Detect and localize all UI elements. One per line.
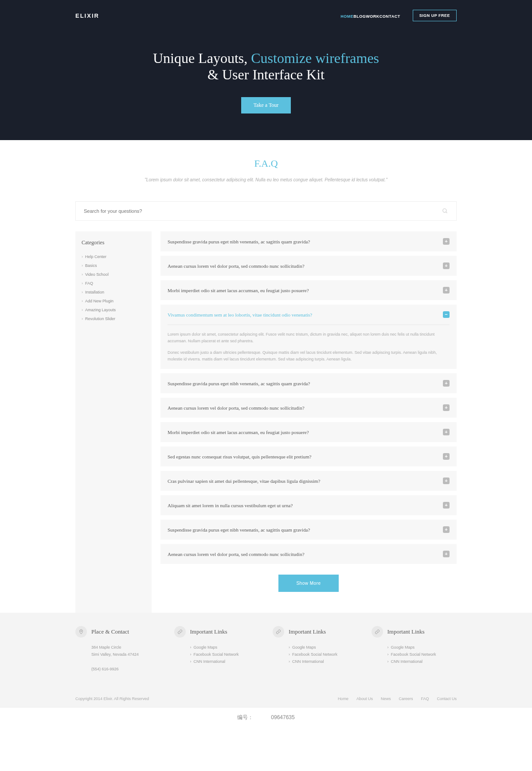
accordion-title: Sed egestas nunc consequat risus volutpa… [168, 454, 311, 459]
show-more-button[interactable]: Show More [278, 575, 338, 592]
plus-icon: + [443, 404, 450, 411]
nav-link-blog[interactable]: BLOG [353, 14, 366, 19]
footer-bottom-link[interactable]: FAQ [421, 697, 429, 701]
hero-title-1: Unique Layouts, [153, 50, 251, 66]
accordion-header[interactable]: Vivamus condimentum sem at leo lobortis,… [160, 305, 457, 325]
footer-bottom: Copyright 2014 Elixir. All Rights Reserv… [66, 690, 466, 707]
sidebar-title: Categories [82, 239, 145, 246]
plus-icon: + [443, 477, 450, 484]
accordion-item: Aenean cursus lorem vel dolor porta, sed… [160, 544, 457, 564]
footer-bottom-link[interactable]: Careers [399, 697, 413, 701]
hero-title: Unique Layouts, Customize wireframes & U… [0, 50, 532, 83]
accordion-title: Suspendisse gravida purus eget nibh vene… [168, 239, 310, 244]
accordion-header[interactable]: Morbi imperdiet odio sit amet lacus accu… [160, 280, 457, 300]
accordion-title: Vivamus condimentum sem at leo lobortis,… [168, 312, 312, 317]
sidebar-item[interactable]: Amazing Layouts [82, 305, 145, 314]
accordion-item: Suspendisse gravida purus eget nibh vene… [160, 520, 457, 540]
svg-point-2 [81, 631, 82, 632]
accordion-item: Sed egestas nunc consequat risus volutpa… [160, 446, 457, 466]
meta-bar: 编号：09647635 [0, 707, 532, 728]
accordion-title: Aliquam sit amet lorem in nulla cursus v… [168, 503, 293, 508]
copyright: Copyright 2014 Elixir. All Rights Reserv… [75, 697, 149, 701]
plus-icon: + [443, 287, 450, 294]
accordion-header[interactable]: Aenean cursus lorem vel dolor porta, sed… [160, 544, 457, 564]
accordion-item: Aenean cursus lorem vel dolor porta, sed… [160, 256, 457, 276]
link-icon [372, 626, 383, 638]
footer-link[interactable]: CNN International [190, 658, 260, 665]
footer-bottom-link[interactable]: Home [338, 697, 348, 701]
link-icon [174, 626, 186, 638]
accordion-item: Cras pulvinar sapien sit amet dui pellen… [160, 471, 457, 491]
footer-bottom-link[interactable]: Contact Us [437, 697, 457, 701]
accordion-title: Morbi imperdiet odio sit amet lacus accu… [168, 430, 309, 435]
nav-link-contact[interactable]: CONTACT [379, 14, 400, 19]
plus-icon: + [443, 551, 450, 557]
svg-line-1 [446, 212, 447, 213]
footer-link[interactable]: Google Maps [387, 644, 457, 651]
accordion-item: Morbi imperdiet odio sit amet lacus accu… [160, 422, 457, 442]
take-tour-button[interactable]: Take a Tour [241, 97, 291, 113]
search-input[interactable] [84, 208, 442, 214]
search-box[interactable] [75, 201, 457, 221]
footer-link[interactable]: CNN International [289, 658, 358, 665]
sidebar-item[interactable]: Basics [82, 261, 145, 270]
accordion-title: Aenean cursus lorem vel dolor porta, sed… [168, 263, 305, 269]
footer-bottom-link[interactable]: About Us [356, 697, 373, 701]
accordion-item: Vivamus condimentum sem at leo lobortis,… [160, 305, 457, 369]
accordion-header[interactable]: Cras pulvinar sapien sit amet dui pellen… [160, 471, 457, 491]
footer-column: Important LinksGoogle MapsFacebook Socia… [372, 626, 457, 673]
hero-section: ELIXIR HOMEBLOGWORKCONTACT SIGN UP FREE … [0, 0, 532, 140]
plus-icon: + [443, 262, 450, 269]
plus-icon: + [443, 502, 450, 509]
accordion-title: Aenean cursus lorem vel dolor porta, sed… [168, 405, 305, 411]
nav-link-work[interactable]: WORK [366, 14, 379, 19]
footer-columns: Place & Contact384 Maple CircleSimi Vall… [66, 626, 466, 673]
hero-title-highlight: Customize wireframes [251, 50, 379, 66]
sidebar-item[interactable]: Help Center [82, 252, 145, 261]
sidebar-item[interactable]: Video School [82, 270, 145, 279]
nav-links: HOMEBLOGWORKCONTACT SIGN UP FREE [340, 10, 457, 21]
accordion-title: Cras pulvinar sapien sit amet dui pellen… [168, 478, 320, 484]
faq-section: F.A.Q "Lorem ipsum dolor sit amet, conse… [66, 140, 466, 613]
footer-link[interactable]: Facebook Social Network [387, 651, 457, 658]
sidebar-item[interactable]: Revolution Slider [82, 314, 145, 323]
signup-button[interactable]: SIGN UP FREE [413, 10, 457, 21]
accordion-header[interactable]: Sed egestas nunc consequat risus volutpa… [160, 446, 457, 466]
plus-icon: + [443, 380, 450, 387]
accordion-header[interactable]: Suspendisse gravida purus eget nibh vene… [160, 520, 457, 540]
accordion-header[interactable]: Aliquam sit amet lorem in nulla cursus v… [160, 495, 457, 515]
categories-sidebar: Categories Help CenterBasicsVideo School… [75, 231, 152, 613]
footer-link[interactable]: Google Maps [190, 644, 260, 651]
plus-icon: + [443, 526, 450, 533]
sidebar-item[interactable]: FAQ [82, 279, 145, 288]
sidebar-item[interactable]: Installation [82, 288, 145, 297]
faq-subtitle: "Lorem ipsum dolor sit amet, consectetur… [75, 176, 457, 184]
faq-body: Categories Help CenterBasicsVideo School… [75, 231, 457, 613]
footer-column-body: Google MapsFacebook Social NetworkCNN In… [372, 644, 457, 665]
footer-column: Important LinksGoogle MapsFacebook Socia… [273, 626, 358, 673]
logo[interactable]: ELIXIR [75, 12, 99, 19]
sidebar-item[interactable]: Add New Plugin [82, 297, 145, 305]
accordion-title: Morbi imperdiet odio sit amet lacus accu… [168, 288, 309, 293]
footer-column: Important LinksGoogle MapsFacebook Socia… [174, 626, 260, 673]
footer-column: Place & Contact384 Maple CircleSimi Vall… [75, 626, 161, 673]
plus-icon: + [443, 238, 450, 245]
footer-link[interactable]: Google Maps [289, 644, 358, 651]
accordion-header[interactable]: Suspendisse gravida purus eget nibh vene… [160, 231, 457, 251]
meta-id: 编号：09647635 [228, 714, 303, 720]
plus-icon: + [443, 429, 450, 435]
accordion: Suspendisse gravida purus eget nibh vene… [160, 231, 457, 613]
footer-link[interactable]: Facebook Social Network [190, 651, 260, 658]
footer-bottom-link[interactable]: News [381, 697, 391, 701]
footer-link[interactable]: Facebook Social Network [289, 651, 358, 658]
accordion-item: Aliquam sit amet lorem in nulla cursus v… [160, 495, 457, 515]
accordion-item: Suspendisse gravida purus eget nibh vene… [160, 373, 457, 393]
accordion-body: Lorem ipsum dolor sit amet, consectetur … [168, 325, 450, 369]
accordion-header[interactable]: Morbi imperdiet odio sit amet lacus accu… [160, 422, 457, 442]
accordion-header[interactable]: Aenean cursus lorem vel dolor porta, sed… [160, 256, 457, 276]
accordion-header[interactable]: Suspendisse gravida purus eget nibh vene… [160, 373, 457, 393]
nav-link-home[interactable]: HOME [340, 14, 353, 19]
accordion-header[interactable]: Aenean cursus lorem vel dolor porta, sed… [160, 398, 457, 418]
footer-link[interactable]: CNN International [387, 658, 457, 665]
accordion-title: Suspendisse gravida purus eget nibh vene… [168, 381, 310, 386]
